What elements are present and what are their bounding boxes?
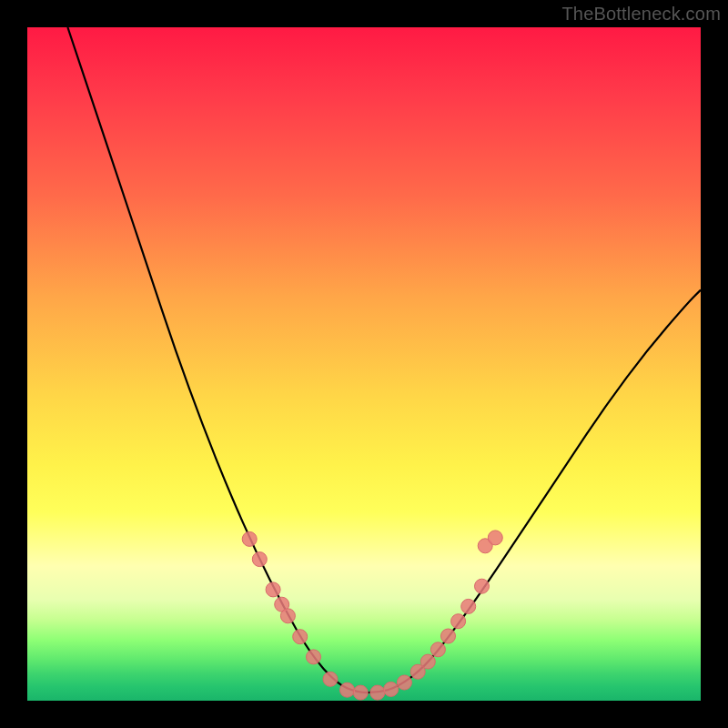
data-marker [280, 609, 295, 623]
data-marker [242, 531, 257, 546]
data-marker [397, 675, 411, 690]
data-marker [266, 582, 280, 597]
data-marker [340, 682, 355, 697]
data-marker [353, 685, 368, 700]
data-marker [252, 552, 267, 567]
watermark-text: TheBottleneck.com [561, 4, 721, 25]
data-marker [420, 654, 435, 669]
data-marker [307, 650, 321, 664]
data-marker [441, 629, 456, 643]
data-marker [461, 599, 476, 613]
data-marker [384, 682, 399, 696]
chart-frame: TheBottleneck.com [0, 0, 728, 728]
bottleneck-curve [27, 27, 701, 701]
curve-line [67, 27, 701, 693]
data-marker [475, 579, 490, 593]
data-marker [293, 630, 308, 644]
plot-area [27, 27, 701, 701]
data-marker [488, 531, 502, 545]
data-marker [451, 614, 466, 629]
data-marker [370, 685, 385, 700]
data-marker [323, 672, 338, 686]
data-marker [430, 642, 445, 657]
